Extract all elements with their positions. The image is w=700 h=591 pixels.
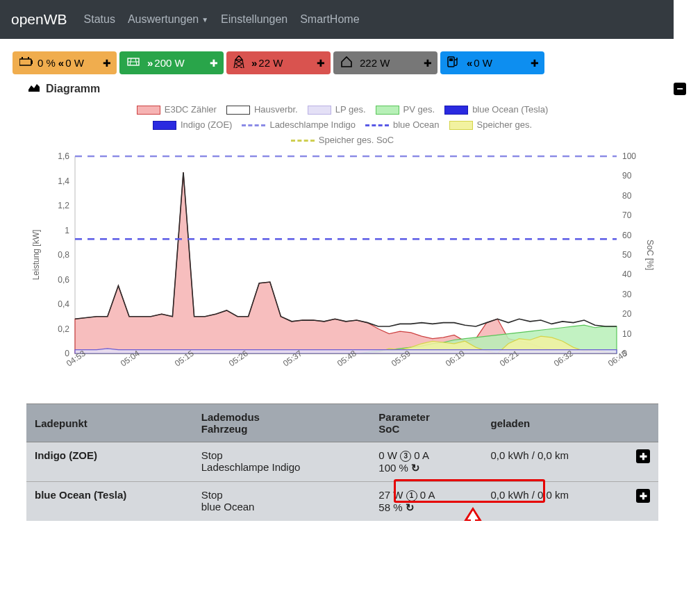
cp-charged: 0,0 kWh / 0,0 km [483, 442, 628, 482]
svg-text:0,6: 0,6 [58, 275, 69, 285]
cp-name: Indigo (ZOE) [26, 442, 193, 482]
svg-text:100: 100 [622, 152, 636, 161]
ev-power: 0 W [474, 57, 492, 69]
chevron-down-icon: ▼ [201, 16, 208, 24]
nav-status[interactable]: Status [84, 13, 115, 26]
svg-text:30: 30 [622, 290, 632, 299]
table-row: Indigo (ZOE)StopLadeschlampe Indigo0 W 3… [26, 442, 658, 482]
refresh-icon[interactable]: ↻ [411, 462, 420, 474]
arrows-right-icon: » [251, 57, 256, 69]
svg-text:1,2: 1,2 [58, 201, 69, 210]
th-geladen: geladen [483, 404, 628, 442]
svg-text:0,2: 0,2 [58, 324, 69, 334]
collapse-icon[interactable]: − [674, 83, 686, 95]
panel-title: Diagramm [46, 83, 100, 95]
tile-battery[interactable]: 0 % « 0 W ✚ [12, 51, 117, 74]
house-icon [340, 56, 357, 69]
cp-params: 27 W 1 0 A58 % ↻ [370, 482, 482, 522]
arrows-left-icon: « [58, 57, 62, 69]
arrows-left-icon: « [467, 57, 471, 69]
expand-icon[interactable]: ✚ [317, 58, 325, 69]
tile-house[interactable]: 222 W ✚ [333, 51, 438, 74]
expand-icon[interactable]: ✚ [103, 58, 111, 69]
legend-item[interactable]: Ladeschlampe Indigo [242, 117, 356, 133]
legend-item[interactable]: Speicher ges. SoC [291, 133, 394, 148]
legend-item[interactable]: Speicher ges. [449, 117, 533, 133]
cp-name: blue Ocean (Tesla) [26, 482, 193, 522]
tile-grid[interactable]: » 22 W ✚ [226, 51, 331, 74]
nav-einstellungen[interactable]: Einstellungen [221, 13, 288, 26]
svg-rect-1 [31, 60, 33, 64]
cp-mode: StopLadeschlampe Indigo [193, 442, 371, 482]
pv-power: 200 W [154, 57, 184, 69]
tile-pv[interactable]: » 200 W ✚ [119, 51, 224, 74]
svg-text:1,6: 1,6 [58, 152, 69, 161]
expand-icon[interactable]: ✚ [531, 58, 539, 69]
svg-text:70: 70 [622, 210, 632, 220]
legend-item[interactable]: PV ges. [376, 102, 435, 117]
chart-xticks: 04:5305:0405:1505:2605:3705:4805:5906:10… [26, 360, 658, 388]
th-ladepunkt: Ladepunkt [26, 404, 193, 442]
grid-power: 22 W [258, 57, 283, 69]
svg-text:60: 60 [622, 231, 632, 240]
svg-rect-0 [19, 59, 31, 65]
status-tiles: 0 % « 0 W ✚ » 200 W ✚ » 22 W ✚ 222 W ✚ «… [12, 51, 700, 74]
solar-icon [126, 57, 144, 69]
svg-text:40: 40 [622, 269, 632, 279]
expand-icon[interactable]: ✚ [210, 58, 218, 69]
arrows-right-icon: » [147, 57, 151, 69]
battery-power: 0 W [65, 57, 84, 69]
cp-charged: 0,0 kWh / 0,0 km [483, 482, 628, 522]
cp-params: 0 W 3 0 A100 % ↻ [370, 442, 482, 482]
svg-text:80: 80 [622, 191, 632, 201]
charger-icon [447, 56, 464, 70]
legend-item[interactable]: Indigo (ZOE) [153, 117, 232, 133]
expand-icon[interactable]: ✚ [424, 58, 432, 69]
nav-auswertungen[interactable]: Auswertungen▼ [128, 13, 208, 26]
expand-row-icon[interactable]: ✚ [636, 489, 650, 503]
chart-plot: 00,20,40,60,811,21,41,601020304050607080… [26, 152, 658, 360]
chargepoint-table: Ladepunkt LademodusFahrzeug ParameterSoC… [26, 403, 658, 521]
svg-rect-9 [449, 58, 453, 61]
legend-item[interactable]: E3DC Zähler [137, 102, 217, 117]
svg-text:1: 1 [65, 226, 69, 235]
navbar: openWB Status Auswertungen▼ Einstellunge… [0, 0, 674, 39]
svg-rect-2 [22, 57, 23, 59]
chart-icon [28, 83, 40, 95]
battery-icon [19, 57, 38, 69]
svg-text:Leistung [kW]: Leistung [kW] [31, 230, 41, 281]
svg-rect-3 [28, 57, 29, 59]
diagram-panel: Diagramm − E3DC ZählerHausverbr.LP ges.P… [26, 78, 688, 394]
svg-text:90: 90 [622, 171, 632, 181]
chart: E3DC ZählerHausverbr.LP ges.PV ges.blue … [26, 102, 658, 394]
nav-smarthome[interactable]: SmartHome [300, 13, 359, 26]
svg-text:50: 50 [622, 250, 632, 260]
brand: openWB [11, 11, 67, 28]
grid-icon [233, 56, 249, 70]
table-header-row: Ladepunkt LademodusFahrzeug ParameterSoC… [26, 404, 658, 442]
refresh-icon[interactable]: ↻ [406, 501, 415, 514]
legend-item[interactable]: blue Ocean [365, 117, 440, 133]
svg-text:0,8: 0,8 [58, 250, 69, 260]
house-power: 222 W [360, 57, 390, 69]
expand-row-icon[interactable]: ✚ [636, 449, 650, 463]
svg-text:10: 10 [622, 329, 632, 339]
battery-soc: 0 % [38, 57, 56, 69]
chart-legend: E3DC ZählerHausverbr.LP ges.PV ges.blue … [26, 102, 658, 148]
legend-item[interactable]: LP ges. [308, 102, 366, 117]
svg-text:20: 20 [622, 309, 632, 319]
svg-text:SoC [%]: SoC [%] [645, 240, 655, 270]
table-row: blue Ocean (Tesla)Stopblue Ocean27 W 1 0… [26, 482, 658, 522]
legend-item[interactable]: blue Ocean (Tesla) [444, 102, 548, 117]
th-parameter: ParameterSoC [370, 404, 482, 442]
svg-text:0,4: 0,4 [58, 299, 69, 309]
cp-mode: Stopblue Ocean [193, 482, 371, 522]
svg-text:1,4: 1,4 [58, 176, 69, 186]
tile-ev[interactable]: « 0 W ✚ [440, 51, 544, 74]
th-lademodus: LademodusFahrzeug [193, 404, 371, 442]
legend-item[interactable]: Hausverbr. [226, 102, 298, 117]
